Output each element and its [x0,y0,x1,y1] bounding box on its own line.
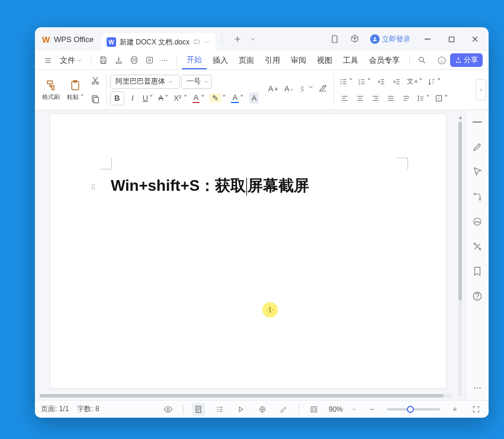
tab-reference[interactable]: 引用 [260,51,285,69]
shading-button[interactable]: A [247,91,261,105]
cursor-icon[interactable] [470,165,484,179]
copy-button[interactable] [88,92,102,106]
tab-member[interactable]: 会员专享 [364,51,405,69]
horizontal-scrollbar[interactable] [35,392,457,400]
flow-icon[interactable] [470,190,484,204]
tab-tools[interactable]: 工具 [338,51,363,69]
more-icon[interactable] [158,53,172,68]
word-count[interactable]: 字数: 8 [77,404,99,414]
increase-indent-button[interactable] [390,75,404,89]
tab-insert[interactable]: 插入 [208,51,233,69]
hamburger-icon[interactable] [41,53,55,68]
shrink-font-button[interactable]: A- [281,82,296,96]
zoom-level[interactable]: 90% [329,405,343,414]
tab-page[interactable]: 页面 [234,51,259,69]
ribbon-expand-button[interactable] [476,79,486,101]
format-painter-group[interactable]: 格式刷 [40,72,62,107]
svg-point-22 [341,79,342,80]
zoom-out-button[interactable] [365,403,378,416]
cut-button[interactable] [88,73,102,88]
tools-icon[interactable] [470,239,484,254]
print-icon[interactable] [127,53,141,68]
borders-button[interactable]: ˅ [433,91,450,105]
text-caret [246,178,247,196]
paragraph-handle-icon[interactable]: ⠿ [91,184,96,192]
align-center-button[interactable] [353,91,367,105]
change-case-button[interactable]: ᪄ ˅ [297,82,314,96]
page-indicator[interactable]: 页面: 1/1 [41,404,69,414]
highlight-button[interactable]: ✎ ˅ [208,91,228,105]
fullscreen-button[interactable] [470,403,483,416]
font-color-button[interactable]: A ˅ [191,91,207,105]
vertical-scrollbar[interactable]: ▴ [457,114,464,396]
file-menu[interactable]: 文件 [56,55,86,66]
underline-button[interactable]: U ˅ [141,91,155,105]
pen-icon[interactable] [470,140,484,154]
font-name-select[interactable]: 阿里巴巴普惠体 [110,75,180,89]
sort-button[interactable]: ˅ [426,75,443,89]
document-page[interactable]: ⠿ Win+shift+S：获取屏幕截屏 [50,114,446,388]
save-icon[interactable] [96,53,110,68]
svg-rect-40 [313,408,316,411]
minimize-button[interactable] [418,30,438,49]
export-icon[interactable] [111,53,126,68]
tab-start[interactable]: 开始 [182,51,207,69]
cube-icon[interactable] [346,31,363,47]
new-tab-button[interactable] [229,31,246,47]
align-left-button[interactable] [338,91,352,105]
superscript-button[interactable]: X² ˅ [172,91,190,105]
bookmark-icon[interactable] [470,264,484,278]
paste-group[interactable]: 粘贴 ˅ [65,72,86,107]
help-icon[interactable] [470,289,484,303]
hscroll-thumb[interactable] [40,394,444,398]
search-icon[interactable] [415,53,429,68]
tab-review[interactable]: 审阅 [286,51,311,69]
zoom-in-button[interactable] [448,403,461,416]
vscroll-thumb[interactable] [458,121,462,300]
web-view-button[interactable] [256,403,269,416]
read-view-button[interactable] [235,403,248,416]
document-text[interactable]: Win+shift+S：获取屏幕截屏 [111,175,309,196]
italic-button[interactable]: I [126,91,140,105]
tab-dropdown-icon[interactable] [249,36,256,43]
line-spacing-button[interactable]: ˅ [415,91,432,105]
edit-mode-button[interactable] [277,403,290,416]
page-view-button[interactable] [192,403,205,416]
svg-rect-6 [449,37,454,41]
text-direction-button[interactable]: 文A ˅ [405,75,425,89]
scroll-up-icon[interactable]: ▴ [459,114,462,120]
zoom-dropdown-icon[interactable] [351,406,357,412]
clear-format-button[interactable] [316,82,330,96]
bold-button[interactable]: B [110,91,124,105]
distribute-button[interactable] [399,91,413,105]
login-button[interactable]: 立即登录 [367,34,414,44]
share-button[interactable]: 分享 [450,53,483,67]
ai-icon[interactable] [435,53,449,68]
minus-icon[interactable] [470,115,484,129]
preview-icon[interactable] [142,53,156,68]
fit-page-button[interactable] [307,403,320,416]
decrease-indent-button[interactable] [374,75,389,89]
strike-button[interactable]: A ˅ [156,91,171,105]
align-justify-button[interactable] [384,91,398,105]
tab-view[interactable]: 视图 [312,51,337,69]
zoom-slider[interactable] [387,408,440,411]
numbering-button[interactable]: ˅ [356,75,373,89]
share-icon [455,57,462,64]
image-icon[interactable] [470,214,484,229]
eye-icon[interactable] [162,403,175,416]
close-button[interactable] [465,30,485,49]
device-icon[interactable] [326,31,343,47]
more-dots-icon[interactable] [470,381,484,395]
svg-point-3 [208,41,210,43]
outline-view-button[interactable] [213,403,226,416]
font-size-select[interactable]: 一号 [181,75,212,89]
zoom-knob[interactable] [407,406,414,413]
bullets-button[interactable]: ˅ [338,75,355,89]
maximize-button[interactable] [441,30,461,49]
svg-point-26 [474,193,476,195]
align-right-button[interactable] [368,91,383,105]
document-tab[interactable]: W 新建 DOCX 文档.docx [102,33,216,51]
grow-font-button[interactable]: A+ [266,82,280,96]
text-color-button[interactable]: A ˅ [229,91,246,105]
